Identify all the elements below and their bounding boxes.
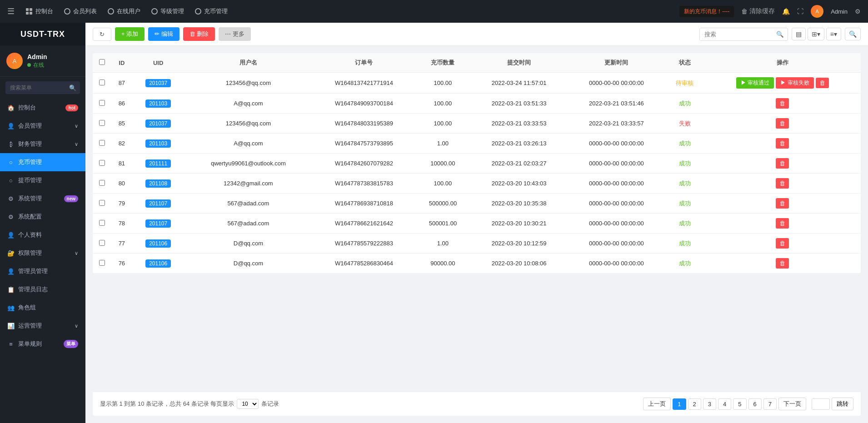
row-checkbox[interactable] <box>99 180 105 186</box>
notification-bell-btn[interactable]: 🔔 <box>782 8 790 15</box>
approve-button[interactable]: ▶ 审核通过 <box>736 77 774 89</box>
row-checkbox[interactable] <box>99 240 105 246</box>
td-username: 12342@gmail.com <box>184 174 313 194</box>
td-order-no: W1647785286830464 <box>313 254 415 274</box>
page-btn-5[interactable]: 5 <box>733 398 746 410</box>
pagination: 上一页 1 2 3 4 5 6 7 下一页 跳转 <box>643 398 853 410</box>
page-jump-button[interactable]: 跳转 <box>832 398 853 410</box>
td-submit-time: 2022-03-20 10:30:21 <box>470 214 568 234</box>
page-btn-2[interactable]: 2 <box>688 398 701 410</box>
row-checkbox[interactable] <box>99 260 105 266</box>
nav-item-recharge[interactable]: 充币管理 <box>195 7 228 15</box>
sidebar-item-system-mgmt[interactable]: ⚙ 系统管理 new <box>0 189 85 208</box>
td-submit-time: 2022-03-21 03:51:33 <box>470 94 568 114</box>
row-checkbox[interactable] <box>99 220 105 226</box>
delete-row-button[interactable]: 🗑 <box>776 118 789 129</box>
td-id: 87 <box>111 73 133 94</box>
page-btn-1[interactable]: 1 <box>673 398 686 410</box>
edit-button[interactable]: ✏ 编辑 <box>148 27 180 41</box>
more-button[interactable]: ⋯ 更多 <box>219 27 251 41</box>
toolbar-right: 🔍 ▤ ⊞▾ ≡▾ 🔍 <box>699 28 861 41</box>
clear-cache-btn[interactable]: 🗑 清除缓存 <box>741 7 775 15</box>
view-toggle-buttons: ▤ ⊞▾ ≡▾ <box>792 28 841 40</box>
refresh-button[interactable]: ↻ <box>93 28 111 41</box>
sidebar-item-operation-mgmt[interactable]: 📊 运营管理 ∨ <box>0 317 85 335</box>
delete-row-button[interactable]: 🗑 <box>816 78 829 88</box>
sidebar-item-profile[interactable]: 👤 个人资料 <box>0 226 85 244</box>
reject-button[interactable]: ▶ 审核失败 <box>776 77 813 89</box>
delete-row-button[interactable]: 🗑 <box>776 98 789 109</box>
nav-item-dashboard[interactable]: 控制台 <box>25 7 53 15</box>
page-btn-4[interactable]: 4 <box>718 398 731 410</box>
sidebar: USDT-TRX A Admin 在线 🔍 🏠 控制台 hot <box>0 23 85 423</box>
row-checkbox[interactable] <box>99 100 105 106</box>
advanced-search-button[interactable]: 🔍 <box>845 28 861 40</box>
sidebar-item-recharge-mgmt[interactable]: ○ 充币管理 <box>0 153 85 171</box>
td-update-time: 0000-00-00 00:00:00 <box>568 134 665 154</box>
next-page-button[interactable]: 下一页 <box>778 398 806 410</box>
bell-icon: 🔔 <box>782 8 790 15</box>
td-amount: 100.00 <box>415 94 470 114</box>
th-order-no: 订单号 <box>313 53 415 73</box>
grid-view-button[interactable]: ⊞▾ <box>808 28 824 40</box>
td-uid: 201111 <box>133 154 184 174</box>
delete-row-button[interactable]: 🗑 <box>776 158 789 169</box>
delete-row-button[interactable]: 🗑 <box>776 258 789 269</box>
sidebar-item-withdraw-mgmt[interactable]: ○ 提币管理 <box>0 171 85 189</box>
settings-btn[interactable]: ⚙ <box>855 8 861 15</box>
delete-row-button[interactable]: 🗑 <box>776 198 789 209</box>
nav-item-online-users[interactable]: 在线用户 <box>108 7 140 15</box>
nav-item-level-mgmt[interactable]: 等级管理 <box>151 7 184 15</box>
row-checkbox[interactable] <box>99 140 105 146</box>
fullscreen-btn[interactable]: ⛶ <box>797 8 803 15</box>
sidebar-username: Admin <box>27 53 47 60</box>
sidebar-operation-label: 运营管理 <box>18 322 42 330</box>
sidebar-item-permission-mgmt[interactable]: 🔐 权限管理 ∨ <box>0 244 85 262</box>
sidebar-status: 在线 <box>27 61 47 69</box>
table-wrap: ID UID 用户名 订单号 充币数量 提交时间 更新时间 状态 操作 87 2… <box>85 46 868 392</box>
sidebar-item-menu-rules[interactable]: ≡ 菜单规则 菜单 <box>0 335 85 353</box>
table-row: 77 201106 D@qq.com W1647785579222883 1.0… <box>93 234 861 254</box>
sort-button[interactable]: ≡▾ <box>826 28 841 40</box>
nav-item-member-list[interactable]: 会员列表 <box>64 7 97 15</box>
sidebar-item-admin-mgmt[interactable]: 👤 管理员管理 <box>0 262 85 280</box>
hamburger-icon[interactable]: ☰ <box>7 6 15 16</box>
delete-button[interactable]: 🗑 删除 <box>183 27 215 41</box>
delete-row-button[interactable]: 🗑 <box>776 218 789 229</box>
uid-badge: 201037 <box>145 79 171 87</box>
prev-page-button[interactable]: 上一页 <box>643 398 671 410</box>
delete-row-button[interactable]: 🗑 <box>776 238 789 249</box>
nav-recharge-label: 充币管理 <box>204 7 228 15</box>
delete-row-button[interactable]: 🗑 <box>776 138 789 149</box>
sidebar-item-system-config[interactable]: ⚙ 系统配置 <box>0 208 85 226</box>
page-jump-input[interactable] <box>812 398 830 410</box>
search-submit-button[interactable]: 🔍 <box>773 28 788 40</box>
td-status: 成功 <box>665 174 704 194</box>
table-view-button[interactable]: ▤ <box>792 28 806 40</box>
sidebar-profile-label: 个人资料 <box>18 231 42 239</box>
delete-row-button[interactable]: 🗑 <box>776 178 789 189</box>
per-page-select[interactable]: 10 20 50 <box>237 399 259 409</box>
status-badge: 待审核 <box>676 80 693 86</box>
status-badge: 成功 <box>679 140 691 147</box>
sidebar-log-label: 管理员日志 <box>18 285 48 294</box>
row-checkbox[interactable] <box>99 200 105 206</box>
select-all-checkbox[interactable] <box>99 59 105 65</box>
row-checkbox[interactable] <box>99 120 105 126</box>
page-btn-7[interactable]: 7 <box>763 398 777 410</box>
row-checkbox[interactable] <box>99 80 105 85</box>
sidebar-item-finance-mgmt[interactable]: ₿ 财务管理 ∨ <box>0 135 85 153</box>
sidebar-item-member-mgmt[interactable]: 👤 会员管理 ∨ <box>0 117 85 135</box>
search-input[interactable] <box>700 28 773 40</box>
page-btn-6[interactable]: 6 <box>748 398 762 410</box>
sidebar-item-dashboard[interactable]: 🏠 控制台 hot <box>0 99 85 117</box>
add-button[interactable]: + 添加 <box>115 27 145 41</box>
sidebar-item-role-group[interactable]: 👥 角色组 <box>0 299 85 317</box>
page-btn-3[interactable]: 3 <box>703 398 716 410</box>
table-row: 87 201037 123456@qq.com W164813742177191… <box>93 73 861 94</box>
row-checkbox[interactable] <box>99 160 105 166</box>
uid-badge: 201037 <box>145 119 171 128</box>
td-order-no: W1647848033195389 <box>313 114 415 134</box>
admin-menu-icon: 👤 <box>7 268 15 275</box>
sidebar-item-admin-log[interactable]: 📋 管理员日志 <box>0 280 85 299</box>
